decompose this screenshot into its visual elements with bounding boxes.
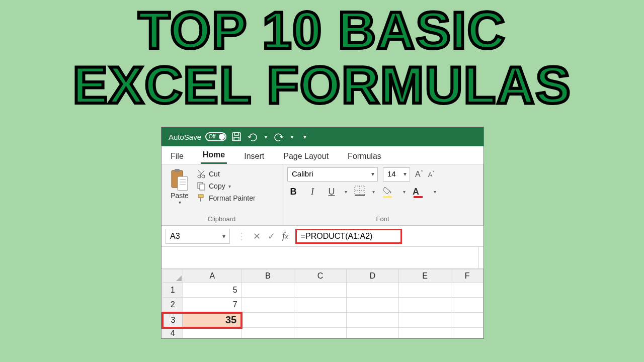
copy-label: Copy bbox=[209, 182, 225, 190]
cell-C3[interactable] bbox=[294, 313, 346, 328]
copy-button[interactable]: Copy ▾ bbox=[197, 182, 256, 191]
cell-C4[interactable] bbox=[294, 328, 346, 338]
group-label-clipboard: Clipboard bbox=[167, 215, 277, 224]
format-painter-button[interactable]: Format Painter bbox=[197, 194, 256, 203]
undo-dropdown-icon[interactable]: ▾ bbox=[263, 131, 269, 143]
underline-button[interactable]: U bbox=[326, 187, 338, 197]
paste-icon bbox=[170, 168, 190, 192]
name-box-value: A3 bbox=[170, 232, 180, 241]
cell-A4[interactable] bbox=[183, 328, 242, 338]
formula-input[interactable]: =PRODUCT(A1:A2) bbox=[295, 229, 402, 244]
col-header-E[interactable]: E bbox=[399, 269, 451, 283]
font-color-button[interactable]: A bbox=[413, 187, 427, 197]
svg-rect-14 bbox=[200, 184, 205, 190]
font-name-selector[interactable]: Calibri bbox=[287, 167, 378, 182]
title-bar: AutoSave Off ▾ ▾ ▾ bbox=[162, 127, 484, 146]
col-header-F[interactable]: F bbox=[451, 269, 484, 283]
font-size-selector[interactable]: 14 bbox=[383, 167, 410, 182]
name-box[interactable]: A3 ▾ bbox=[166, 229, 230, 244]
cell-D2[interactable] bbox=[347, 298, 399, 313]
paste-dropdown-icon[interactable]: ▾ bbox=[167, 200, 193, 205]
cell-D1[interactable] bbox=[347, 283, 399, 298]
copy-dropdown-icon[interactable]: ▾ bbox=[228, 184, 231, 189]
cell-E4[interactable] bbox=[399, 328, 451, 338]
italic-button[interactable]: I bbox=[306, 187, 318, 197]
formula-input-value: =PRODUCT(A1:A2) bbox=[301, 232, 373, 241]
row-header-2[interactable]: 2 bbox=[163, 298, 183, 313]
formula-gutter-icon: ⋮ bbox=[237, 231, 246, 242]
cell-B1[interactable] bbox=[242, 283, 294, 298]
svg-rect-5 bbox=[178, 176, 188, 191]
decrease-font-size-button[interactable]: A˅ bbox=[428, 170, 435, 178]
cell-F1[interactable] bbox=[451, 283, 484, 298]
cell-D3[interactable] bbox=[347, 313, 399, 328]
col-header-C[interactable]: C bbox=[294, 269, 346, 283]
headline-line-1: TOP 10 BASIC bbox=[0, 3, 644, 58]
insert-function-icon[interactable]: fx bbox=[282, 231, 288, 241]
cell-A1[interactable]: 5 bbox=[183, 283, 242, 298]
increase-font-size-button[interactable]: A˄ bbox=[415, 169, 423, 179]
tab-page-layout[interactable]: Page Layout bbox=[281, 148, 331, 164]
paste-label: Paste bbox=[167, 192, 193, 200]
tab-file[interactable]: File bbox=[169, 148, 186, 164]
col-header-A[interactable]: A bbox=[183, 269, 242, 283]
row-header-1[interactable]: 1 bbox=[163, 283, 183, 298]
fill-color-dropdown-icon[interactable]: ▾ bbox=[403, 189, 406, 195]
row-header-3[interactable]: 3 bbox=[163, 313, 183, 328]
save-icon[interactable] bbox=[230, 131, 243, 143]
font-name-value: Calibri bbox=[292, 169, 313, 178]
borders-button[interactable] bbox=[354, 186, 365, 198]
fill-color-swatch bbox=[383, 196, 392, 198]
cell-A3[interactable]: 35 bbox=[183, 313, 242, 328]
svg-rect-16 bbox=[200, 198, 201, 202]
cell-F2[interactable] bbox=[451, 298, 484, 313]
font-color-dropdown-icon[interactable]: ▾ bbox=[434, 189, 436, 195]
format-painter-label: Format Painter bbox=[209, 194, 256, 202]
cancel-formula-icon[interactable]: ✕ bbox=[253, 231, 261, 242]
tab-insert[interactable]: Insert bbox=[242, 148, 266, 164]
tab-formulas[interactable]: Formulas bbox=[346, 148, 383, 164]
copy-icon bbox=[197, 182, 206, 191]
svg-rect-2 bbox=[234, 137, 239, 141]
select-all-corner[interactable] bbox=[163, 269, 183, 283]
row-header-4[interactable]: 4 bbox=[163, 328, 183, 338]
cell-C1[interactable] bbox=[294, 283, 346, 298]
name-box-dropdown-icon[interactable]: ▾ bbox=[222, 233, 225, 240]
cell-B2[interactable] bbox=[242, 298, 294, 313]
tab-home[interactable]: Home bbox=[201, 146, 227, 164]
cell-C2[interactable] bbox=[294, 298, 346, 313]
cell-B4[interactable] bbox=[242, 328, 294, 338]
svg-point-9 bbox=[198, 175, 201, 178]
bold-button[interactable]: B bbox=[287, 187, 299, 197]
paste-button[interactable]: Paste ▾ bbox=[167, 167, 193, 205]
fill-color-button[interactable] bbox=[382, 186, 396, 197]
formula-bar-expansion bbox=[162, 247, 484, 269]
svg-rect-15 bbox=[198, 195, 203, 198]
borders-dropdown-icon[interactable]: ▾ bbox=[372, 189, 375, 195]
cell-D4[interactable] bbox=[347, 328, 399, 338]
svg-point-10 bbox=[202, 175, 205, 178]
cell-F4[interactable] bbox=[451, 328, 484, 338]
qat-customize-icon[interactable]: ▾ bbox=[299, 131, 311, 143]
underline-dropdown-icon[interactable]: ▾ bbox=[345, 189, 347, 195]
spreadsheet-grid[interactable]: A B C D E F 1 5 2 7 bbox=[162, 269, 484, 338]
autosave-toggle-state: Off bbox=[209, 134, 215, 139]
autosave-label: AutoSave bbox=[169, 133, 201, 141]
redo-icon[interactable] bbox=[273, 131, 285, 143]
col-header-B[interactable]: B bbox=[242, 269, 294, 283]
cell-E2[interactable] bbox=[399, 298, 451, 313]
redo-dropdown-icon[interactable]: ▾ bbox=[289, 131, 295, 143]
cell-E3[interactable] bbox=[399, 313, 451, 328]
cell-E1[interactable] bbox=[399, 283, 451, 298]
autosave-toggle[interactable]: Off bbox=[205, 132, 226, 141]
cut-button[interactable]: Cut bbox=[197, 169, 256, 178]
cell-A2[interactable]: 7 bbox=[183, 298, 242, 313]
undo-icon[interactable] bbox=[247, 131, 259, 143]
cell-F3[interactable] bbox=[451, 313, 484, 328]
group-label-font: Font bbox=[287, 215, 478, 224]
cell-B3[interactable] bbox=[242, 313, 294, 328]
col-header-D[interactable]: D bbox=[347, 269, 399, 283]
cut-label: Cut bbox=[209, 170, 220, 178]
thumbnail-headline: TOP 10 BASIC EXCEL FORMULAS bbox=[0, 0, 644, 113]
enter-formula-icon[interactable]: ✓ bbox=[268, 231, 275, 242]
